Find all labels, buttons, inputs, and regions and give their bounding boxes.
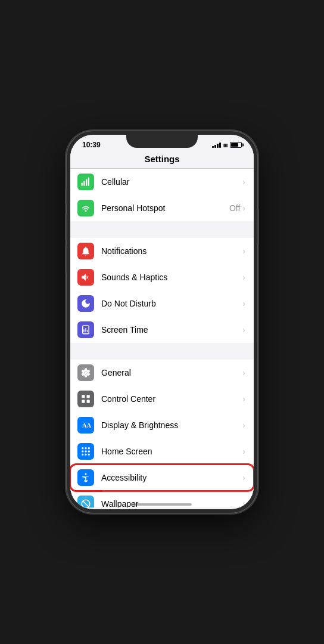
svg-rect-18 <box>82 451 83 453</box>
svg-rect-3 <box>88 178 89 186</box>
homescreen-icon <box>77 443 94 460</box>
dnd-row[interactable]: Do Not Disturb › <box>70 290 254 317</box>
svg-rect-11 <box>87 395 90 398</box>
control-center-row[interactable]: Control Center › <box>70 386 254 412</box>
status-time: 10:39 <box>82 141 101 149</box>
notifications-row[interactable]: Notifications › <box>70 238 254 264</box>
control-center-label: Control Center <box>101 394 242 404</box>
cellular-row[interactable]: Cellular › <box>70 169 254 195</box>
display-chevron: › <box>242 420 245 430</box>
connectivity-section: Cellular › Personal Hotspot Off › <box>70 169 254 221</box>
dnd-icon <box>77 295 94 312</box>
wallpaper-icon <box>77 496 94 507</box>
sounds-label: Sounds & Haptics <box>101 273 242 282</box>
separator-1 <box>70 221 254 238</box>
settings-list: Cellular › Personal Hotspot Off › <box>70 169 254 507</box>
power-button <box>257 209 259 244</box>
mute-switch <box>65 188 67 205</box>
svg-rect-20 <box>88 451 90 453</box>
sounds-row[interactable]: Sounds & Haptics › <box>70 264 254 290</box>
display-icon: AA <box>77 417 94 434</box>
display-row[interactable]: AA Display & Brightness › <box>70 412 254 438</box>
volume-down-button <box>65 246 67 273</box>
control-center-icon <box>77 391 94 407</box>
homescreen-chevron: › <box>242 447 245 456</box>
home-indicator <box>132 503 192 506</box>
homescreen-label: Home Screen <box>101 447 242 456</box>
general-icon <box>77 364 94 381</box>
svg-point-9 <box>85 371 88 374</box>
homescreen-row[interactable]: Home Screen › <box>70 438 254 465</box>
signal-icon <box>212 142 221 148</box>
screentime-row[interactable]: Screen Time › <box>70 317 254 343</box>
notifications-icon <box>77 243 94 259</box>
accessibility-chevron: › <box>242 473 245 482</box>
screentime-icon <box>77 321 94 338</box>
svg-rect-0 <box>82 183 83 186</box>
separator-2 <box>70 343 254 360</box>
hotspot-label: Personal Hotspot <box>101 203 229 213</box>
sounds-icon <box>77 269 94 286</box>
volume-up-button <box>65 213 67 240</box>
cellular-chevron: › <box>242 177 245 187</box>
status-icons: ◙ <box>212 141 242 148</box>
accessibility-label: Accessibility <box>101 473 242 482</box>
accessibility-row[interactable]: Accessibility › <box>70 465 254 491</box>
svg-rect-22 <box>85 454 87 456</box>
svg-rect-17 <box>88 447 90 449</box>
notifications-label: Notifications <box>101 246 242 256</box>
svg-rect-10 <box>82 395 85 398</box>
page-title: Settings <box>144 154 179 164</box>
hotspot-icon <box>77 200 94 216</box>
notifications-section: Notifications › Sounds & Haptics › <box>70 238 254 343</box>
general-chevron: › <box>242 368 245 377</box>
notch <box>126 135 198 148</box>
sounds-chevron: › <box>242 273 245 282</box>
cellular-label: Cellular <box>101 177 242 187</box>
phone-screen: 10:39 ◙ Settings <box>70 135 254 509</box>
phone-frame: 10:39 ◙ Settings <box>67 131 257 513</box>
display-label: Display & Brightness <box>101 420 242 430</box>
svg-point-24 <box>85 473 87 475</box>
svg-rect-2 <box>86 179 87 186</box>
general-row[interactable]: General › <box>70 360 254 386</box>
svg-rect-19 <box>85 451 87 453</box>
svg-rect-8 <box>87 330 88 332</box>
hotspot-value: Off <box>229 203 240 213</box>
general-label: General <box>101 368 242 377</box>
svg-rect-15 <box>82 447 83 449</box>
general-section: General › Control Center › <box>70 360 254 507</box>
accessibility-icon <box>77 469 94 486</box>
svg-rect-13 <box>87 400 90 403</box>
svg-rect-6 <box>83 329 85 332</box>
svg-rect-12 <box>82 400 85 403</box>
wifi-icon: ◙ <box>223 141 228 148</box>
screentime-label: Screen Time <box>101 325 242 335</box>
svg-point-4 <box>85 210 87 212</box>
dnd-chevron: › <box>242 299 245 308</box>
screentime-chevron: › <box>242 325 245 335</box>
control-center-chevron: › <box>242 394 245 404</box>
dnd-label: Do Not Disturb <box>101 299 242 308</box>
wallpaper-chevron: › <box>242 499 245 507</box>
svg-rect-16 <box>85 447 87 449</box>
notifications-chevron: › <box>242 246 245 256</box>
svg-rect-7 <box>85 328 86 332</box>
svg-rect-23 <box>88 454 90 456</box>
battery-icon <box>230 142 242 148</box>
cellular-icon <box>77 174 94 190</box>
svg-rect-21 <box>82 454 83 456</box>
nav-bar: Settings <box>70 151 254 169</box>
svg-rect-1 <box>83 181 85 186</box>
hotspot-chevron: › <box>242 203 245 213</box>
svg-text:AA: AA <box>82 422 91 429</box>
personal-hotspot-row[interactable]: Personal Hotspot Off › <box>70 195 254 221</box>
